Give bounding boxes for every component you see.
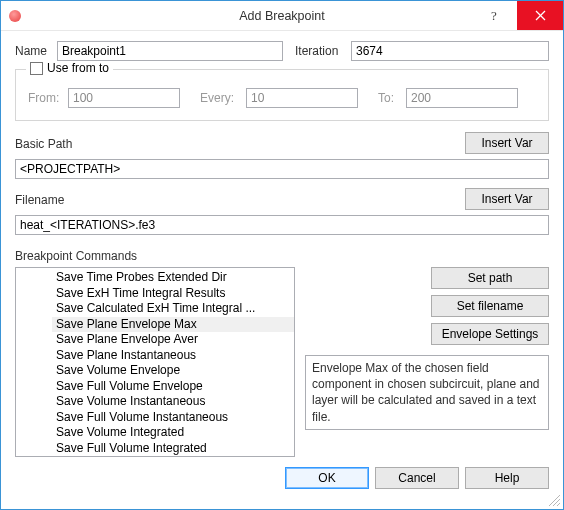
iteration-label: Iteration (295, 44, 345, 58)
filename-input[interactable] (15, 215, 549, 235)
help-button[interactable]: Help (465, 467, 549, 489)
list-item[interactable]: Save Calculated ExH Time Integral ... (52, 301, 294, 317)
use-from-to-group: Use from to From: Every: To: (15, 69, 549, 121)
name-label: Name (15, 44, 51, 58)
filename-header: Filename Insert Var (15, 187, 549, 211)
use-from-to-label: Use from to (47, 61, 109, 75)
from-input (68, 88, 180, 108)
ok-button[interactable]: OK (285, 467, 369, 489)
window-controls: ? (472, 1, 563, 30)
list-item[interactable]: Save Volume Envelope (52, 363, 294, 379)
use-from-to-checkbox[interactable] (30, 62, 43, 75)
filename-label: Filename (15, 193, 64, 207)
list-item[interactable]: Save Pdiss Energy OF (52, 456, 294, 457)
list-item[interactable]: Save Full Volume Instantaneous (52, 410, 294, 426)
help-icon[interactable]: ? (472, 1, 517, 30)
side-buttons: Set path Set filename Envelope Settings (305, 267, 549, 345)
close-icon[interactable] (517, 1, 563, 30)
to-input (406, 88, 518, 108)
commands-side-column: Set path Set filename Envelope Settings … (305, 267, 549, 457)
commands-area: Save Time Probes Extended DirSave ExH Ti… (15, 267, 549, 457)
list-item[interactable]: Save Time Probes Extended Dir (52, 270, 294, 286)
list-item[interactable]: Save Full Volume Integrated (52, 441, 294, 457)
set-path-button[interactable]: Set path (431, 267, 549, 289)
list-item[interactable]: Save Plane Envelope Aver (52, 332, 294, 348)
from-to-row: From: Every: To: (28, 88, 536, 108)
to-label: To: (378, 91, 402, 105)
from-label: From: (28, 91, 64, 105)
title-bar: Add Breakpoint ? (1, 1, 563, 31)
list-item[interactable]: Save Plane Instantaneous (52, 348, 294, 364)
every-label: Every: (200, 91, 242, 105)
use-from-to-title: Use from to (26, 61, 113, 75)
svg-text:?: ? (491, 9, 497, 23)
iteration-input[interactable] (351, 41, 549, 61)
list-item[interactable]: Save Volume Integrated (52, 425, 294, 441)
insert-var-filename-button[interactable]: Insert Var (465, 188, 549, 210)
breakpoint-commands-label: Breakpoint Commands (15, 249, 549, 263)
name-input[interactable] (57, 41, 283, 61)
basic-path-input[interactable] (15, 159, 549, 179)
insert-var-basicpath-button[interactable]: Insert Var (465, 132, 549, 154)
list-item[interactable]: Save Full Volume Envelope (52, 379, 294, 395)
list-item[interactable]: Save Plane Envelope Max (52, 317, 294, 333)
command-description: Envelope Max of the chosen field compone… (305, 355, 549, 430)
list-item[interactable]: Save ExH Time Integral Results (52, 286, 294, 302)
set-filename-button[interactable]: Set filename (431, 295, 549, 317)
app-icon (9, 10, 21, 22)
list-item[interactable]: Save Volume Instantaneous (52, 394, 294, 410)
dialog-content: Name Iteration Use from to From: Every: … (1, 31, 563, 509)
cancel-button[interactable]: Cancel (375, 467, 459, 489)
commands-listbox[interactable]: Save Time Probes Extended DirSave ExH Ti… (15, 267, 295, 457)
dialog-buttons: OK Cancel Help (15, 467, 549, 489)
envelope-settings-button[interactable]: Envelope Settings (431, 323, 549, 345)
name-iteration-row: Name Iteration (15, 41, 549, 61)
basic-path-label: Basic Path (15, 137, 72, 151)
every-input (246, 88, 358, 108)
basic-path-header: Basic Path Insert Var (15, 131, 549, 155)
resize-grip-icon[interactable] (547, 493, 560, 506)
